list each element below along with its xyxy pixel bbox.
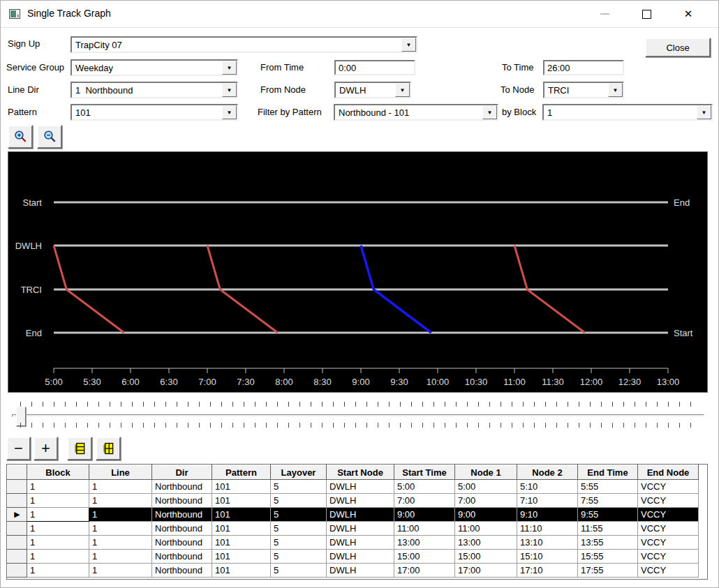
- cell-start-node[interactable]: DWLH: [327, 508, 394, 522]
- close-button[interactable]: Close: [645, 38, 711, 57]
- cell-node-2[interactable]: 9:10: [517, 508, 578, 522]
- cell-pattern[interactable]: 101: [212, 536, 271, 550]
- chevron-down-icon[interactable]: ▼: [222, 105, 237, 119]
- cell-node-1[interactable]: 13:00: [455, 536, 517, 550]
- cell-block[interactable]: 1: [27, 508, 89, 522]
- from-time-input[interactable]: [334, 60, 415, 75]
- cell-block[interactable]: 1: [27, 536, 89, 550]
- cell-node-1[interactable]: 7:00: [455, 494, 517, 508]
- cell-node-2[interactable]: 5:10: [517, 480, 578, 494]
- cell-dir[interactable]: Northbound: [152, 508, 212, 522]
- cell-line[interactable]: 1: [89, 522, 152, 536]
- cell-layover[interactable]: 5: [271, 536, 327, 550]
- cell-layover[interactable]: 5: [271, 508, 327, 522]
- cell-node-2[interactable]: 17:10: [517, 564, 578, 578]
- cell-start-time[interactable]: 9:00: [394, 508, 455, 522]
- cell-pattern[interactable]: 101: [212, 564, 271, 578]
- cell-start-time[interactable]: 13:00: [394, 536, 455, 550]
- cell-line[interactable]: 1: [89, 508, 152, 522]
- cell-end-node[interactable]: VCCY: [638, 536, 699, 550]
- chevron-down-icon[interactable]: ▼: [401, 38, 416, 52]
- cell-node-1[interactable]: 15:00: [455, 550, 517, 564]
- cell-end-time[interactable]: 7:55: [578, 494, 638, 508]
- line-dir-combobox[interactable]: 1 Northbound ▼: [71, 82, 238, 98]
- chevron-down-icon[interactable]: ▼: [395, 83, 410, 97]
- cell-start-time[interactable]: 15:00: [394, 550, 455, 564]
- cell-node-2[interactable]: 15:10: [517, 550, 578, 564]
- cell-end-node[interactable]: VCCY: [638, 494, 699, 508]
- cell-node-2[interactable]: 13:10: [517, 536, 578, 550]
- filter-by-pattern-combobox[interactable]: Northbound - 101 ▼: [334, 104, 498, 121]
- cell-block[interactable]: 1: [27, 564, 89, 578]
- cell-end-node[interactable]: VCCY: [638, 550, 699, 564]
- cell-start-time[interactable]: 5:00: [394, 480, 455, 494]
- table-row[interactable]: 11Northbound1015DWLH11:0011:0011:1011:55…: [8, 522, 699, 536]
- maximize-button[interactable]: [630, 1, 662, 27]
- zoom-in-button[interactable]: [8, 125, 33, 149]
- to-node-combobox[interactable]: TRCI ▼: [543, 82, 624, 98]
- multi-view-button[interactable]: [96, 437, 121, 460]
- to-time-input[interactable]: [543, 60, 624, 75]
- cell-node-2[interactable]: 7:10: [517, 494, 578, 508]
- zoom-out-button[interactable]: [37, 125, 62, 149]
- cell-node-2[interactable]: 11:10: [517, 522, 578, 536]
- cell-start-node[interactable]: DWLH: [327, 480, 394, 494]
- cell-block[interactable]: 1: [27, 494, 89, 508]
- cell-layover[interactable]: 5: [271, 550, 327, 564]
- cell-dir[interactable]: Northbound: [152, 522, 212, 536]
- cell-pattern[interactable]: 101: [212, 550, 271, 564]
- cell-start-node[interactable]: DWLH: [327, 494, 394, 508]
- cell-end-node[interactable]: VCCY: [638, 480, 699, 494]
- cell-start-node[interactable]: DWLH: [327, 564, 394, 578]
- cell-end-node[interactable]: VCCY: [638, 564, 699, 578]
- cell-block[interactable]: 1: [27, 522, 89, 536]
- cell-node-1[interactable]: 11:00: [455, 522, 517, 536]
- cell-line[interactable]: 1: [89, 564, 152, 578]
- slider-track[interactable]: [12, 414, 704, 417]
- cell-dir[interactable]: Northbound: [152, 564, 212, 578]
- row-selector[interactable]: ▶: [8, 508, 27, 522]
- pattern-combobox[interactable]: 101 ▼: [71, 104, 238, 121]
- by-block-combobox[interactable]: 1 ▼: [542, 104, 713, 121]
- cell-start-time[interactable]: 17:00: [394, 564, 455, 578]
- cell-end-node[interactable]: VCCY: [638, 508, 699, 522]
- cell-layover[interactable]: 5: [271, 480, 327, 494]
- remove-trip-button[interactable]: −: [6, 437, 31, 460]
- cell-layover[interactable]: 5: [271, 522, 327, 536]
- cell-end-time[interactable]: 17:55: [578, 564, 638, 578]
- table-row[interactable]: ▶11Northbound1015DWLH9:009:009:109:55VCC…: [8, 508, 699, 522]
- from-node-combobox[interactable]: DWLH ▼: [334, 82, 411, 98]
- cell-line[interactable]: 1: [89, 494, 152, 508]
- cell-start-time[interactable]: 11:00: [394, 522, 455, 536]
- cell-start-time[interactable]: 7:00: [394, 494, 455, 508]
- cell-pattern[interactable]: 101: [212, 522, 271, 536]
- cell-end-time[interactable]: 15:55: [578, 550, 638, 564]
- cell-end-time[interactable]: 9:55: [578, 508, 638, 522]
- cell-line[interactable]: 1: [89, 550, 152, 564]
- chevron-down-icon[interactable]: ▼: [222, 83, 237, 97]
- chevron-down-icon[interactable]: ▼: [222, 61, 237, 75]
- add-trip-button[interactable]: +: [34, 437, 58, 460]
- cell-node-1[interactable]: 17:00: [455, 564, 517, 578]
- cell-dir[interactable]: Northbound: [152, 494, 212, 508]
- track-graph-canvas[interactable]: StartDWLHTRCIEndEndStart5:005:306:006:30…: [8, 151, 708, 393]
- cell-node-1[interactable]: 5:00: [455, 480, 517, 494]
- cell-block[interactable]: 1: [27, 480, 89, 494]
- cell-start-node[interactable]: DWLH: [327, 522, 394, 536]
- cell-node-1[interactable]: 9:00: [455, 508, 517, 522]
- table-row[interactable]: 11Northbound1015DWLH7:007:007:107:55VCCY: [8, 494, 699, 508]
- row-selector[interactable]: [8, 564, 27, 578]
- table-row[interactable]: 11Northbound1015DWLH5:005:005:105:55VCCY: [8, 480, 699, 494]
- cell-pattern[interactable]: 101: [212, 508, 271, 522]
- service-group-combobox[interactable]: Weekday ▼: [71, 59, 238, 76]
- chevron-down-icon[interactable]: ▼: [482, 105, 497, 119]
- table-row[interactable]: 11Northbound1015DWLH15:0015:0015:1015:55…: [8, 550, 699, 564]
- row-selector[interactable]: [8, 550, 27, 564]
- row-selector[interactable]: [8, 480, 27, 494]
- table-row[interactable]: 11Northbound1015DWLH13:0013:0013:1013:55…: [8, 536, 699, 550]
- time-range-slider[interactable]: [6, 396, 710, 432]
- cell-line[interactable]: 1: [89, 536, 152, 550]
- cell-end-node[interactable]: VCCY: [638, 522, 699, 536]
- cell-start-node[interactable]: DWLH: [327, 550, 394, 564]
- cell-layover[interactable]: 5: [271, 494, 327, 508]
